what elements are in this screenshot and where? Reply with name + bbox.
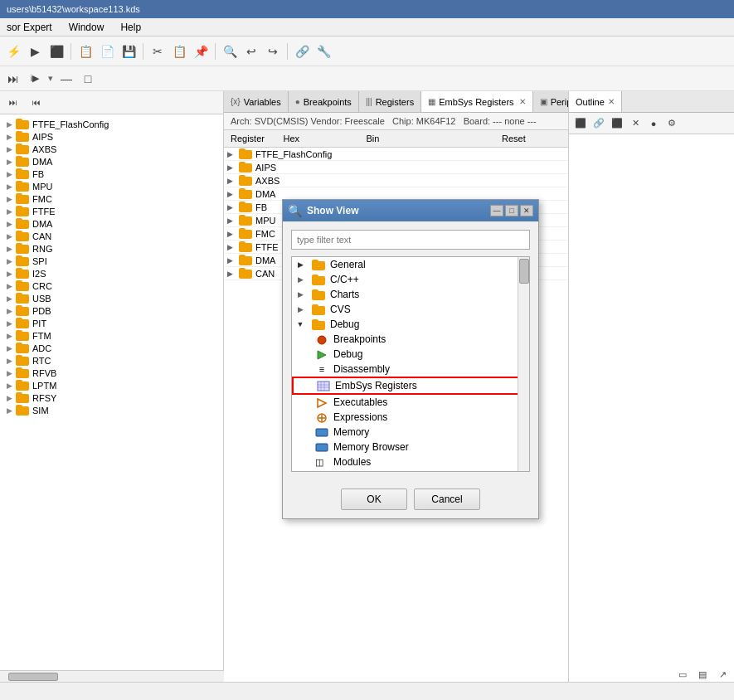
list-item[interactable]: ▶ AIPS (3, 130, 220, 143)
list-item[interactable]: ▶ FMC (3, 192, 220, 205)
list-item[interactable]: ▶ RNG (3, 242, 220, 255)
tree-item-breakpoints[interactable]: Breakpoints (292, 332, 529, 347)
left-btn-2[interactable]: ⏮ (27, 93, 46, 113)
expand-icon[interactable]: ▶ (295, 275, 305, 284)
toolbar-btn-8[interactable]: ↪ (263, 41, 283, 61)
expand-icon[interactable]: ▶ (227, 216, 236, 225)
list-item[interactable]: ▶ FB (3, 168, 220, 180)
list-item[interactable]: ▶ SPI (3, 255, 220, 267)
tree-item-modules[interactable]: ◫ Modules (292, 455, 529, 469)
tree-item-embsys[interactable]: EmbSys Registers (292, 377, 529, 395)
left-btn-1[interactable]: ⏭ (3, 93, 23, 113)
outline-btn-6[interactable]: ⚙ (664, 116, 680, 131)
tree-item-executables[interactable]: Executables (292, 395, 529, 410)
outline-btn-2[interactable]: 🔗 (591, 116, 607, 131)
toolbar-btn-paste[interactable]: 📌 (191, 41, 211, 61)
expand-icon[interactable]: ▶ (295, 304, 305, 314)
dialog-minimize-btn[interactable]: — (490, 205, 503, 216)
tree-item-debug-leaf[interactable]: Debug (292, 347, 529, 362)
tree-item-expressions[interactable]: Expressions (292, 410, 529, 425)
list-item[interactable]: ▶ DMA (3, 155, 220, 168)
list-item[interactable]: ▶ CAN (3, 230, 220, 242)
tree-scrollbar[interactable] (518, 257, 529, 471)
ok-button[interactable]: OK (341, 489, 407, 510)
tree-item-cvs[interactable]: ▶ CVS (292, 302, 529, 317)
table-row[interactable]: ▶ AIPS (224, 161, 568, 174)
expand-icon[interactable]: ▶ (227, 243, 236, 251)
bottom-btn-1[interactable]: ▭ (674, 667, 691, 682)
tree-item-general[interactable]: ▶ General (292, 257, 529, 272)
expand-icon[interactable]: ▶ (227, 230, 236, 238)
tree-item-debug-folder[interactable]: ▼ Debug (292, 317, 529, 332)
list-item[interactable]: ▶ FTM (3, 329, 220, 342)
toolbar-btn-7[interactable]: ↩ (241, 41, 261, 61)
filter-input[interactable] (291, 230, 530, 250)
expand-icon[interactable]: ▶ (295, 289, 305, 299)
list-item[interactable]: ▶ ADC (3, 342, 220, 354)
tab-peripherals[interactable]: ▣ Peripherals (533, 91, 568, 112)
outline-btn-1[interactable]: ⬛ (572, 116, 589, 131)
outline-close-icon[interactable]: ✕ (608, 97, 615, 106)
outline-btn-4[interactable]: ✕ (627, 116, 644, 131)
list-item[interactable]: ▶ PDB (3, 304, 220, 317)
debug-btn-3[interactable]: □ (78, 69, 98, 89)
toolbar-btn-3[interactable]: 📋 (75, 41, 95, 61)
menu-item-sor-expert[interactable]: sor Expert (3, 20, 56, 35)
menu-item-help[interactable]: Help (117, 20, 144, 35)
debug-skip-btn[interactable]: ⏭ (3, 69, 23, 89)
expand-icon[interactable]: ▶ (295, 260, 305, 270)
tree-item-charts[interactable]: ▶ Charts (292, 287, 529, 302)
expand-icon[interactable]: ▶ (227, 256, 236, 265)
tab-embsys-close[interactable]: ✕ (519, 97, 526, 106)
menu-item-window[interactable]: Window (66, 20, 108, 35)
list-item[interactable]: ▶ USB (3, 292, 220, 304)
dialog-close-btn[interactable]: ✕ (520, 205, 533, 216)
toolbar-btn-search[interactable]: 🔍 (220, 41, 240, 61)
bottom-btn-3[interactable]: ↗ (714, 667, 731, 682)
list-item[interactable]: ▶ CRC (3, 280, 220, 292)
toolbar-btn-6[interactable]: ✂ (148, 41, 168, 61)
list-item[interactable]: ▶ RFSY (3, 391, 220, 404)
tree-item-disassembly[interactable]: ≡ Disassembly (292, 362, 529, 377)
tree-item-cpp[interactable]: ▶ C/C++ (292, 272, 529, 287)
tree-scroll-thumb[interactable] (519, 259, 529, 284)
list-item[interactable]: ▶ FTFE_FlashConfig (3, 118, 220, 130)
list-item[interactable]: ▶ MPU (3, 180, 220, 192)
toolbar-btn-2[interactable]: ⬛ (46, 41, 66, 61)
tree-item-memory-browser[interactable]: Memory Browser (292, 440, 529, 455)
toolbar-btn-1[interactable]: ⚡ (3, 41, 23, 61)
toolbar-btn-play[interactable]: ▶ (25, 41, 45, 61)
debug-step-btn[interactable]: i▶ (25, 69, 45, 89)
toolbar-btn-5[interactable]: 💾 (119, 41, 139, 61)
list-item[interactable]: ▶ AXBS (3, 143, 220, 155)
tab-outline[interactable]: Outline ✕ (569, 91, 622, 112)
expand-icon[interactable]: ▶ (227, 190, 236, 198)
table-row[interactable]: ▶ AXBS (224, 174, 568, 187)
list-item[interactable]: ▶ PIT (3, 317, 220, 329)
toolbar-btn-copy[interactable]: 📋 (169, 41, 189, 61)
expand-icon[interactable]: ▶ (227, 270, 236, 278)
expand-icon[interactable]: ▼ (295, 319, 305, 329)
debug-btn-2[interactable]: — (56, 69, 76, 89)
tab-breakpoints[interactable]: ● Breakpoints (289, 91, 359, 112)
tab-variables[interactable]: {x} Variables (224, 91, 289, 112)
tree-item-memory[interactable]: Memory (292, 425, 529, 440)
toolbar-btn-10[interactable]: 🔧 (314, 41, 333, 61)
bottom-btn-2[interactable]: ▤ (694, 667, 711, 682)
h-scroll-thumb[interactable] (8, 673, 58, 681)
table-row[interactable]: ▶ FTFE_FlashConfig (224, 148, 568, 161)
tree-item-os-resources[interactable]: OS Resources (292, 469, 529, 472)
expand-icon[interactable]: ▶ (227, 203, 236, 211)
list-item[interactable]: ▶ RFVB (3, 367, 220, 379)
list-item[interactable]: ▶ FTFE (3, 205, 220, 217)
h-scrollbar[interactable] (0, 670, 224, 682)
outline-btn-3[interactable]: ⬛ (609, 116, 625, 131)
tab-registers[interactable]: ||| Registers (359, 91, 421, 112)
list-item[interactable]: ▶ DMA (3, 217, 220, 230)
toolbar-btn-9[interactable]: 🔗 (292, 41, 312, 61)
tab-embsys[interactable]: ▦ EmbSys Registers ✕ (421, 91, 532, 113)
expand-icon[interactable]: ▶ (227, 163, 236, 172)
dialog-maximize-btn[interactable]: □ (505, 205, 518, 216)
list-item[interactable]: ▶ LPTM (3, 379, 220, 391)
toolbar-btn-4[interactable]: 📄 (97, 41, 117, 61)
